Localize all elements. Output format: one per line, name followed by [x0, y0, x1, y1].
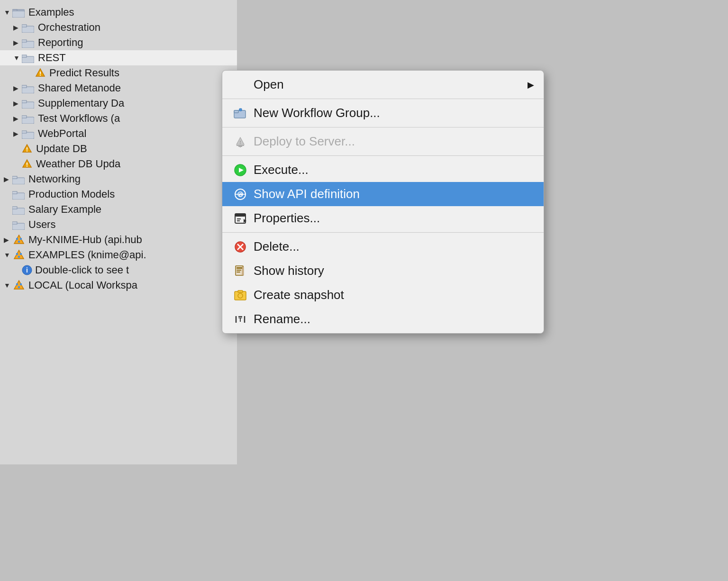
history-icon	[232, 265, 249, 277]
svg-rect-45	[16, 283, 18, 285]
tree-item-knime-hub[interactable]: ▶ My-KNIME-Hub (api.hub	[0, 232, 237, 247]
execute-icon	[232, 163, 249, 177]
tree-item-predict-results[interactable]: Predict Results	[0, 65, 237, 81]
expand-arrow: ▶	[13, 100, 22, 107]
expand-arrow: ▼	[13, 54, 22, 62]
folder-icon	[22, 83, 34, 93]
svg-rect-13	[22, 85, 27, 88]
tree-item-webportal[interactable]: ▶ WebPortal	[0, 126, 237, 141]
delete-icon	[232, 241, 249, 253]
tree-item-examples-server[interactable]: ▼ EXAMPLES (knime@api.	[0, 247, 237, 263]
svg-rect-27	[12, 176, 17, 179]
api-icon: ⊖	[232, 188, 249, 201]
menu-separator	[222, 127, 544, 127]
tree-item-label: Orchestration	[38, 21, 100, 34]
expand-arrow: ▶	[13, 39, 22, 46]
tree-item-label: WebPortal	[38, 127, 86, 140]
workflow-group-icon	[232, 108, 249, 119]
tree-item-test-workflows[interactable]: ▶ Test Workflows (a	[0, 111, 237, 126]
svg-rect-74	[237, 267, 242, 269]
svg-point-55	[240, 143, 241, 144]
folder-icon	[12, 7, 25, 18]
menu-item-new-workflow-group[interactable]: New Workflow Group...	[222, 101, 544, 125]
menu-item-rename[interactable]: T Rename...	[222, 307, 544, 331]
tree-item-label: Reporting	[38, 36, 83, 49]
svg-rect-29	[12, 191, 17, 194]
svg-point-25	[27, 165, 27, 166]
menu-item-label: Deploy to Server...	[254, 134, 355, 149]
menu-item-label: Delete...	[254, 239, 300, 254]
svg-point-11	[40, 74, 41, 75]
tree-panel: ▼ Examples ▶ Orchestration ▶ Reporting ▼	[0, 0, 237, 464]
folder-icon	[12, 189, 25, 200]
folder-icon	[22, 22, 34, 33]
properties-icon	[232, 212, 249, 225]
menu-item-label: Show history	[254, 263, 324, 278]
expand-arrow: ▼	[4, 281, 12, 289]
menu-item-execute[interactable]: Execute...	[222, 158, 544, 182]
expand-arrow	[27, 69, 35, 77]
menu-item-delete[interactable]: Delete...	[222, 235, 544, 259]
expand-arrow: ▼	[4, 251, 12, 259]
expand-arrow: ▶	[13, 130, 22, 137]
tree-item-orchestration[interactable]: ▶ Orchestration	[0, 20, 237, 35]
tree-item-rest[interactable]: ▼ REST	[0, 50, 237, 65]
expand-arrow	[13, 266, 22, 274]
svg-rect-6	[22, 40, 27, 42]
tree-item-users[interactable]: Users	[0, 217, 237, 232]
folder-icon	[12, 174, 25, 184]
svg-rect-47	[18, 286, 20, 288]
folder-icon	[22, 113, 34, 124]
menu-item-label: New Workflow Group...	[254, 106, 380, 120]
svg-rect-40	[20, 253, 22, 255]
tree-item-label: Users	[28, 218, 55, 231]
knime-hub-icon	[12, 234, 26, 245]
svg-rect-49	[234, 110, 238, 113]
expand-arrow: ▶	[4, 236, 12, 244]
expand-arrow	[4, 221, 12, 228]
rename-icon: T	[232, 313, 249, 326]
tree-item-shared-metanode[interactable]: ▶ Shared Metanode	[0, 81, 237, 96]
tree-item-weather-db[interactable]: Weather DB Upda	[0, 156, 237, 172]
tree-item-label: Production Models	[28, 188, 115, 200]
svg-rect-39	[16, 253, 18, 255]
context-menu: Open ▶ New Workflow Group...	[222, 70, 544, 334]
menu-item-show-history[interactable]: Show history	[222, 259, 544, 283]
menu-item-label: Properties...	[254, 211, 320, 226]
svg-rect-46	[20, 283, 22, 285]
workflow-icon	[22, 144, 32, 154]
tree-item-salary-example[interactable]: Salary Example	[0, 202, 237, 217]
menu-item-create-snapshot[interactable]: Create snapshot	[222, 283, 544, 307]
svg-rect-15	[22, 100, 27, 103]
tree-item-label: My-KNIME-Hub (api.hub	[28, 234, 142, 246]
tree-item-label: Examples	[28, 6, 74, 18]
menu-item-deploy: Deploy to Server...	[222, 129, 544, 154]
menu-separator	[222, 155, 544, 156]
expand-arrow	[13, 145, 22, 153]
svg-rect-37	[18, 241, 20, 243]
tree-item-examples[interactable]: ▼ Examples	[0, 5, 237, 20]
tree-item-networking[interactable]: ▶ Networking	[0, 172, 237, 187]
menu-item-open[interactable]: Open ▶	[222, 73, 544, 97]
tree-item-label: Predict Results	[49, 67, 119, 79]
tree-item-reporting[interactable]: ▶ Reporting	[0, 35, 237, 50]
tree-item-production-models[interactable]: Production Models	[0, 187, 237, 202]
folder-icon	[12, 204, 25, 215]
svg-rect-19	[22, 131, 27, 133]
menu-item-properties[interactable]: Properties...	[222, 206, 544, 230]
folder-icon	[22, 128, 34, 139]
tree-item-local-workspace[interactable]: ▼ LOCAL (Local Workspa	[0, 278, 237, 293]
deploy-icon	[232, 136, 249, 147]
svg-rect-41	[18, 256, 20, 258]
tree-item-update-db[interactable]: Update DB	[0, 141, 237, 156]
local-icon	[12, 280, 26, 291]
folder-icon	[22, 53, 34, 63]
svg-text:i: i	[26, 266, 28, 274]
tree-item-supplementary[interactable]: ▶ Supplementary Da	[0, 96, 237, 111]
workflow-icon	[22, 159, 32, 169]
svg-rect-8	[22, 55, 27, 57]
menu-item-show-api[interactable]: ⊖ Show API definition	[222, 182, 544, 206]
svg-rect-35	[16, 238, 18, 240]
svg-text:T: T	[238, 316, 242, 323]
svg-rect-33	[12, 222, 17, 224]
